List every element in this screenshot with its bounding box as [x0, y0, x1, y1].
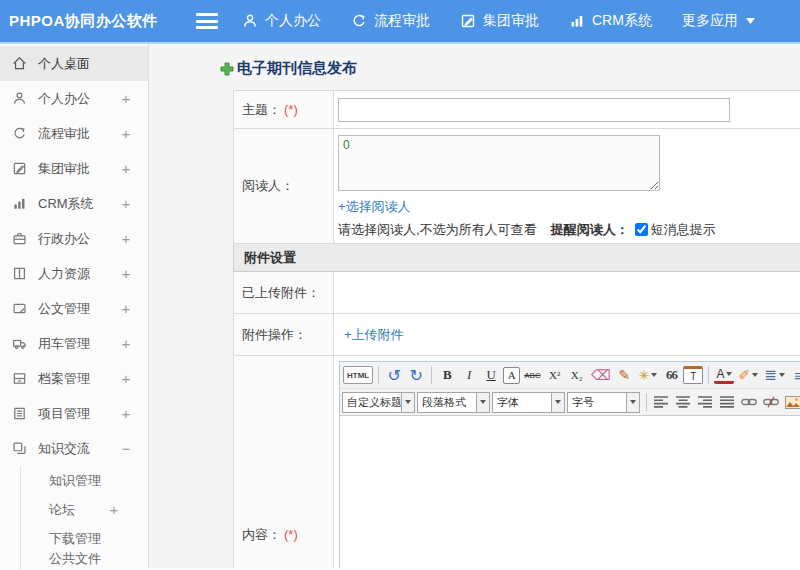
nav-crm-system[interactable]: CRM系统 — [569, 12, 652, 30]
nav-more-apps[interactable]: 更多应用 — [682, 12, 762, 30]
sidebar-item-workflow-approval[interactable]: 流程审批 + — [0, 116, 148, 151]
sidebar-item-doc-mgmt[interactable]: 公文管理 + — [0, 291, 148, 326]
align-center-button[interactable] — [673, 392, 692, 412]
nav-group-approval[interactable]: 集团审批 — [460, 12, 539, 30]
insert-image-button[interactable] — [783, 392, 800, 412]
editor-toolbar-row1: HTML ↺ ↻ B I U A ABC X² X₂ ⌫ — [340, 362, 800, 389]
edit-icon — [12, 161, 27, 176]
expand-toggle[interactable]: − — [120, 440, 132, 457]
sidebar-subitem-forum[interactable]: 论坛 + — [21, 495, 148, 524]
remove-link-button[interactable] — [761, 392, 780, 412]
sidebar-item-hr[interactable]: 人力资源 + — [0, 256, 148, 291]
paragraph-format-dropdown[interactable]: 段落格式 — [417, 392, 490, 413]
nav-personal-office[interactable]: 个人办公 — [242, 12, 321, 30]
expand-toggle[interactable]: + — [120, 265, 132, 282]
undo-button[interactable]: ↺ — [384, 364, 404, 386]
format-brush-button[interactable]: ✎ — [614, 364, 634, 386]
bold-button[interactable]: B — [437, 364, 457, 386]
underline-button[interactable]: U — [481, 364, 501, 386]
required-mark: (*) — [284, 102, 298, 117]
subscript-button[interactable]: X₂ — [567, 364, 587, 386]
expand-toggle[interactable]: + — [120, 230, 132, 247]
superscript-button[interactable]: X² — [545, 364, 565, 386]
sidebar-item-project-mgmt[interactable]: 项目管理 + — [0, 396, 148, 431]
toolbar-separator — [431, 366, 432, 384]
caret-down-icon — [476, 393, 489, 412]
sidebar-item-group-approval[interactable]: 集团审批 + — [0, 151, 148, 186]
align-right-button[interactable] — [695, 392, 714, 412]
sidebar-item-vehicle-mgmt[interactable]: 用车管理 + — [0, 326, 148, 361]
sidebar-item-personal-office[interactable]: 个人办公 + — [0, 81, 148, 116]
select-readers-link[interactable]: +选择阅读人 — [338, 198, 411, 216]
sidebar-subitem-public-cabinet[interactable]: 公共文件柜 — [21, 553, 148, 570]
align-center-icon — [676, 396, 690, 408]
image-icon — [785, 396, 800, 409]
ordered-list-button[interactable]: ≣ — [762, 364, 787, 386]
editor-toolbar-row2: 自定义标题 段落格式 字体 — [340, 389, 800, 416]
sidebar-item-admin-office[interactable]: 行政办公 + — [0, 221, 148, 256]
caret-down-icon — [746, 18, 755, 24]
editor-canvas[interactable] — [340, 416, 800, 568]
link-icon — [741, 397, 757, 407]
sidebar-item-crm[interactable]: CRM系统 + — [0, 186, 148, 221]
sidebar-item-knowledge[interactable]: 知识交流 − — [0, 431, 148, 466]
sidebar-item-label: 下载管理 — [49, 530, 108, 548]
expand-toggle[interactable]: + — [120, 405, 132, 422]
sidebar-item-label: 论坛 — [49, 501, 108, 519]
align-right-icon — [698, 396, 712, 408]
hamburger-menu-icon[interactable] — [196, 13, 218, 29]
upload-attachment-link[interactable]: +上传附件 — [344, 326, 404, 344]
readers-hint: 请选择阅读人,不选为所有人可查看提醒阅读人：短消息提示 — [338, 221, 800, 239]
insert-link-button[interactable] — [739, 392, 758, 412]
sidebar-subitem-knowledge-mgmt[interactable]: 知识管理 — [21, 466, 148, 495]
required-mark: (*) — [284, 527, 298, 542]
chart-icon — [569, 13, 585, 29]
align-justify-button[interactable] — [717, 392, 736, 412]
expand-toggle[interactable]: + — [120, 370, 132, 387]
expand-toggle[interactable]: + — [120, 195, 132, 212]
expand-toggle[interactable]: + — [120, 160, 132, 177]
redo-button[interactable]: ↻ — [406, 364, 426, 386]
document-icon — [12, 301, 27, 316]
custom-heading-dropdown[interactable]: 自定义标题 — [342, 392, 415, 413]
expand-toggle[interactable]: + — [120, 335, 132, 352]
unordered-list-button[interactable]: ≡ — [789, 364, 800, 386]
font-box-button[interactable]: A — [503, 367, 520, 384]
expand-toggle[interactable]: + — [120, 125, 132, 142]
toolbar-separator — [378, 366, 379, 384]
attach-op-label: 附件操作： — [242, 327, 307, 342]
highlight-button[interactable]: ✐ — [736, 364, 760, 386]
sms-remind-checkbox[interactable] — [635, 223, 648, 236]
attachment-op-row: 附件操作： +上传附件 — [234, 314, 800, 356]
font-color-button[interactable]: A — [714, 366, 734, 384]
italic-button[interactable]: I — [459, 364, 479, 386]
expand-toggle[interactable]: + — [120, 300, 132, 317]
content-label-cell: 内容：(*) — [234, 356, 334, 569]
sidebar-item-label: 公共文件柜 — [49, 550, 108, 570]
caret-down-icon — [551, 393, 564, 412]
font-size-dropdown[interactable]: 字号 — [567, 392, 640, 413]
subject-label: 主题： — [242, 102, 281, 117]
nav-workflow-approval[interactable]: 流程审批 — [351, 12, 430, 30]
align-left-button[interactable] — [651, 392, 670, 412]
nav-label: 更多应用 — [682, 12, 738, 30]
strikethrough-button[interactable]: ABC — [522, 364, 542, 386]
blockquote-button[interactable]: 66 — [661, 364, 681, 386]
caret-down-icon — [779, 373, 785, 377]
html-source-button[interactable]: HTML — [343, 366, 373, 384]
expand-toggle[interactable]: + — [120, 90, 132, 107]
subject-input[interactable] — [338, 98, 730, 122]
sidebar-item-desktop[interactable]: 个人桌面 — [0, 46, 148, 81]
uploaded-label-cell: 已上传附件： — [234, 272, 334, 314]
home-icon — [12, 56, 27, 71]
sidebar-item-archive-mgmt[interactable]: 档案管理 + — [0, 361, 148, 396]
font-family-dropdown[interactable]: 字体 — [492, 392, 565, 413]
readers-textarea[interactable]: 0 — [338, 135, 660, 191]
paste-text-button[interactable]: T — [683, 366, 703, 384]
remove-format-button[interactable]: ⌫ — [589, 364, 613, 386]
expand-toggle[interactable]: + — [108, 501, 120, 518]
sidebar-item-label: 公文管理 — [38, 300, 120, 318]
quick-format-button[interactable]: ✳ — [636, 364, 659, 386]
uploaded-value-cell — [334, 272, 800, 314]
briefcase-icon — [12, 231, 27, 246]
